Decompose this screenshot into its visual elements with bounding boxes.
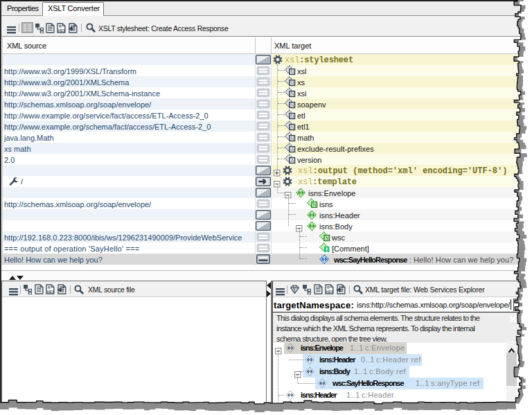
svg-text:A: A [291,147,294,152]
svg-text:HEX: HEX [47,290,55,294]
svg-text:N: N [291,114,294,118]
svg-text:HEX: HEX [326,290,334,294]
svg-text:N: N [291,80,294,85]
svg-text:N: N [326,236,329,240]
svg-text:N: N [291,69,294,74]
svg-text:N: N [291,136,294,141]
svg-text:HEX: HEX [58,28,66,33]
svg-text:A: A [291,158,294,163]
svg-text:N: N [313,202,317,207]
svg-text:N: N [291,125,294,130]
svg-text:N: N [291,91,294,96]
svg-text:N: N [291,103,294,107]
